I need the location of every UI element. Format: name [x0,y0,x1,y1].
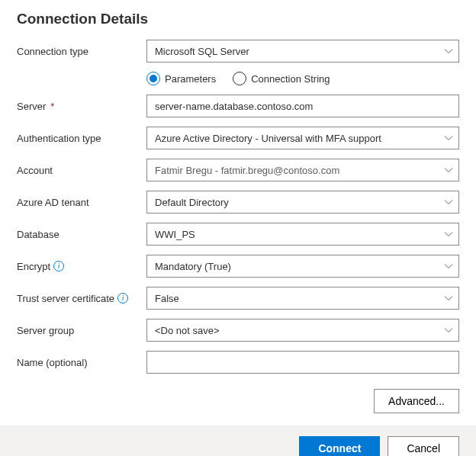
database-select[interactable]: WWI_PS [146,223,459,246]
connect-button[interactable]: Connect [299,436,380,456]
auth-type-select[interactable]: Azure Active Directory - Universal with … [146,127,459,149]
radio-selected-icon [146,72,160,85]
account-label: Account [17,165,146,176]
required-asterisk: * [50,101,54,112]
dialog-footer: Connect Cancel [0,425,476,456]
radio-parameters-label: Parameters [165,73,216,85]
auth-type-label: Authentication type [17,133,146,144]
info-icon[interactable]: i [117,293,128,303]
radio-unselected-icon [233,72,246,85]
encrypt-select[interactable]: Mandatory (True) [146,255,459,278]
server-input[interactable] [146,95,459,117]
name-label: Name (optional) [17,357,146,368]
server-group-select[interactable]: <Do not save> [146,319,459,342]
radio-connection-string[interactable]: Connection String [233,72,330,85]
cancel-button[interactable]: Cancel [388,436,459,456]
advanced-button[interactable]: Advanced... [374,389,459,413]
tenant-label: Azure AD tenant [17,197,146,208]
tenant-select[interactable]: Default Directory [146,191,459,214]
radio-parameters[interactable]: Parameters [146,72,216,85]
page-title: Connection Details [17,11,459,27]
connection-type-select[interactable]: Microsoft SQL Server [146,40,459,63]
info-icon[interactable]: i [53,261,64,271]
radio-connection-string-label: Connection String [251,73,330,85]
database-label: Database [17,229,146,240]
trust-cert-select[interactable]: False [146,287,459,310]
encrypt-label: Encrypt [17,261,50,272]
server-group-label: Server group [17,325,146,336]
connection-type-label: Connection type [17,46,146,57]
server-label: Server [17,101,46,112]
name-input[interactable] [146,351,459,374]
trust-cert-label: Trust server certificate [17,293,114,304]
account-select[interactable]: Fatmir Bregu - fatmir.bregu@contoso.com [146,159,459,181]
